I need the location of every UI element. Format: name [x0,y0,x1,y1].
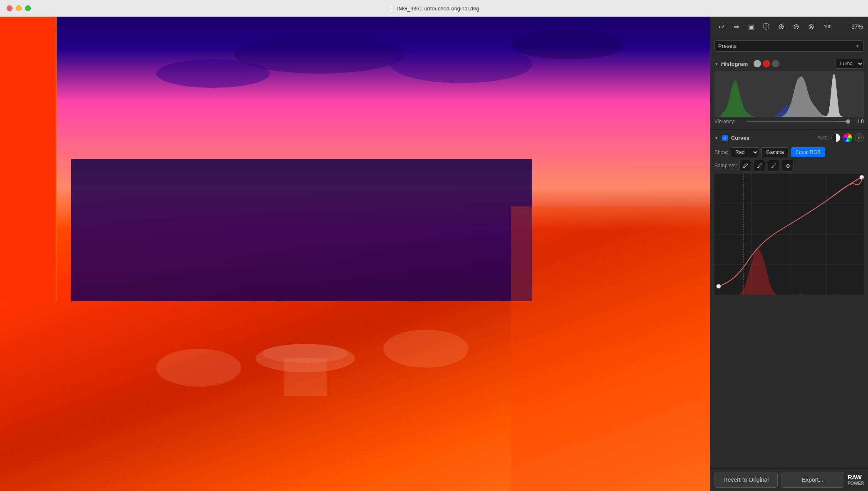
raw-label: RAW [848,474,864,481]
svg-point-3 [511,31,625,59]
histogram-graph [714,71,864,117]
revert-button[interactable]: Revert to Original [714,472,778,488]
vibrancy-slider[interactable] [747,121,850,122]
maximize-button[interactable] [25,5,31,11]
svg-point-23 [717,284,721,288]
vibrancy-row: Vibrancy: 1.0 [714,117,864,126]
filename-label: IMG_9361-untouched-original.dng [397,5,479,12]
svg-point-24 [860,175,864,179]
auto-reset-button[interactable]: ↩ [855,133,864,142]
equal-rgb-button[interactable]: Equal RGB [791,147,825,157]
curves-header: ▼ ✓ Curves Auto: ↩ [714,133,864,142]
histogram-header: ▼ Histogram Luma RGB Red Green Blue [714,59,864,69]
presets-wrapper: Presets [714,40,864,52]
show-label: Show: [714,149,728,155]
color-circles [754,60,779,67]
minimize-button[interactable] [16,5,22,11]
sampler-highlight-button[interactable]: 🖊 [768,160,779,171]
layout-button[interactable]: ▣ [745,21,757,32]
app-container: ↩ ⇔ ▣ ⓘ ⊕ ⊖ ⊗ 100 37% Presets ▼ Histogra… [0,17,868,491]
vibrancy-value: 1.0 [853,119,864,124]
sampler-mid-button[interactable]: 🖊 [754,160,765,171]
svg-rect-6 [284,358,326,396]
raw-power-badge: RAW POWER [848,474,864,486]
traffic-lights [7,5,31,11]
grey-circle [754,60,761,67]
toolbar: ↩ ⇔ ▣ ⓘ ⊕ ⊖ ⊗ 100 37% [710,17,868,37]
auto-label: Auto: [817,135,829,141]
svg-point-8 [383,330,469,367]
swap-button[interactable]: ⇔ [730,21,742,32]
dark-circle [772,60,779,67]
samplers-row: Samplers: 🖊 🖊 🖊 ⊕ [714,160,864,171]
samplers-label: Samplers: [714,163,737,169]
title-bar: 📄 IMG_9361-untouched-original.dng [0,0,868,17]
curves-section: ▼ ✓ Curves Auto: ↩ Show: Red Green Blue … [710,130,868,468]
channel-dropdown[interactable]: Red Green Blue RGB [731,147,759,157]
document-icon: 📄 [389,6,394,11]
curves-collapse-icon[interactable]: ▼ [714,136,719,140]
auto-section: Auto: ↩ [817,133,864,142]
close-button[interactable] [7,5,12,11]
gamma-button[interactable]: Gamma [761,147,789,157]
curves-checkbox[interactable]: ✓ [722,135,728,141]
photo-background [0,17,710,491]
zoom-100-button[interactable]: 100 [820,21,835,32]
auto-contrast-button[interactable] [831,133,841,142]
sampler-add-button[interactable]: ⊕ [782,160,794,171]
curves-controls: Show: Red Green Blue RGB Gamma Equal RGB [714,147,864,157]
zoom-reset-button[interactable]: ⊗ [805,21,817,32]
svg-point-10 [263,344,348,363]
svg-point-1 [234,36,404,74]
presets-section: Presets [710,37,868,55]
histogram-collapse-icon[interactable]: ▼ [714,62,719,66]
right-panel: ↩ ⇔ ▣ ⓘ ⊕ ⊖ ⊗ 100 37% Presets ▼ Histogra… [710,17,868,491]
vibrancy-label: Vibrancy: [714,119,744,124]
curves-graph-svg [714,174,864,295]
auto-color-button[interactable] [843,133,852,142]
curves-title: Curves [731,135,749,141]
zoom-percent: 37% [851,23,863,30]
curves-graph[interactable] [714,174,864,295]
photo-overlay-svg [0,17,710,491]
histogram-svg [714,71,864,117]
presets-dropdown[interactable]: Presets [714,40,864,52]
power-label: POWER [848,481,864,486]
svg-point-2 [390,45,532,83]
info-button[interactable]: ⓘ [760,21,772,32]
red-circle [763,60,770,67]
svg-point-7 [156,349,241,387]
histogram-section: ▼ Histogram Luma RGB Red Green Blue [710,55,868,130]
histogram-title: Histogram [721,61,748,67]
zoom-in-button[interactable]: ⊕ [775,21,787,32]
sampler-shadow-button[interactable]: 🖊 [739,160,751,171]
window-title: 📄 IMG_9361-untouched-original.dng [389,5,479,12]
luma-dropdown[interactable]: Luma RGB Red Green Blue [836,59,864,69]
bottom-bar: Revert to Original Export... RAW POWER [710,468,868,491]
export-button[interactable]: Export... [781,472,844,488]
zoom-out-button[interactable]: ⊖ [790,21,802,32]
svg-rect-9 [511,206,710,491]
back-button[interactable]: ↩ [715,21,727,32]
image-area [0,17,710,491]
